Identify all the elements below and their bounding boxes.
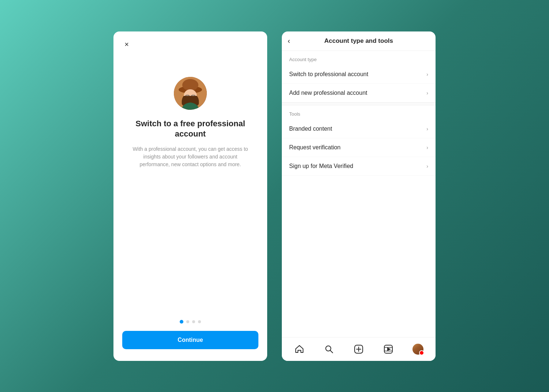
nav-reels[interactable] [379, 342, 397, 356]
request-verification-item[interactable]: Request verification › [282, 138, 436, 157]
back-button[interactable]: ‹ [288, 37, 290, 45]
account-type-section-label: Account type [282, 51, 436, 65]
chevron-right-icon-4: › [426, 145, 428, 150]
nav-add[interactable] [350, 342, 368, 356]
svg-point-2 [182, 79, 198, 91]
section-divider [282, 102, 436, 105]
close-button[interactable]: × [121, 39, 132, 51]
nav-profile[interactable] [409, 342, 427, 356]
avatar [174, 77, 207, 110]
switch-professional-label: Switch to professional account [289, 71, 368, 78]
chevron-right-icon-2: › [426, 90, 428, 96]
tools-section-label: Tools [282, 105, 436, 120]
add-professional-label: Add new professional account [289, 90, 367, 96]
right-panel-title: Account type and tools [324, 37, 393, 45]
add-icon [354, 344, 363, 354]
dot-3 [192, 320, 195, 323]
avatar-image [174, 77, 207, 110]
dot-2 [186, 320, 189, 323]
right-panel-header: ‹ Account type and tools [282, 31, 436, 51]
dot-1 [180, 320, 183, 324]
add-professional-item[interactable]: Add new professional account › [282, 84, 436, 102]
branded-content-label: Branded content [289, 126, 332, 132]
left-panel: × Switch to a free professional account … [113, 31, 267, 361]
reels-icon [384, 344, 393, 354]
meta-verified-item[interactable]: Sign up for Meta Verified › [282, 157, 436, 176]
chevron-right-icon-3: › [426, 126, 428, 132]
close-icon: × [124, 40, 129, 49]
nav-home[interactable] [290, 342, 309, 356]
nav-search[interactable] [320, 342, 338, 356]
chevron-right-icon-5: › [426, 163, 428, 169]
branded-content-item[interactable]: Branded content › [282, 120, 436, 138]
dot-4 [198, 320, 201, 323]
back-icon: ‹ [288, 37, 290, 45]
continue-button[interactable]: Continue [122, 331, 258, 349]
bottom-navigation [282, 337, 436, 361]
request-verification-label: Request verification [289, 144, 341, 151]
search-icon [324, 344, 334, 354]
left-panel-description: With a professional account, you can get… [122, 145, 258, 168]
right-panel-content: Account type Switch to professional acco… [282, 51, 436, 337]
right-panel: ‹ Account type and tools Account type Sw… [282, 31, 436, 361]
chevron-right-icon: › [426, 71, 428, 77]
pagination-dots [180, 320, 201, 324]
left-panel-title: Switch to a free professional account [122, 119, 258, 139]
switch-professional-item[interactable]: Switch to professional account › [282, 65, 436, 84]
meta-verified-label: Sign up for Meta Verified [289, 163, 353, 169]
svg-line-8 [330, 350, 333, 353]
profile-avatar [412, 344, 423, 355]
home-icon [295, 344, 304, 354]
svg-marker-13 [387, 347, 391, 351]
